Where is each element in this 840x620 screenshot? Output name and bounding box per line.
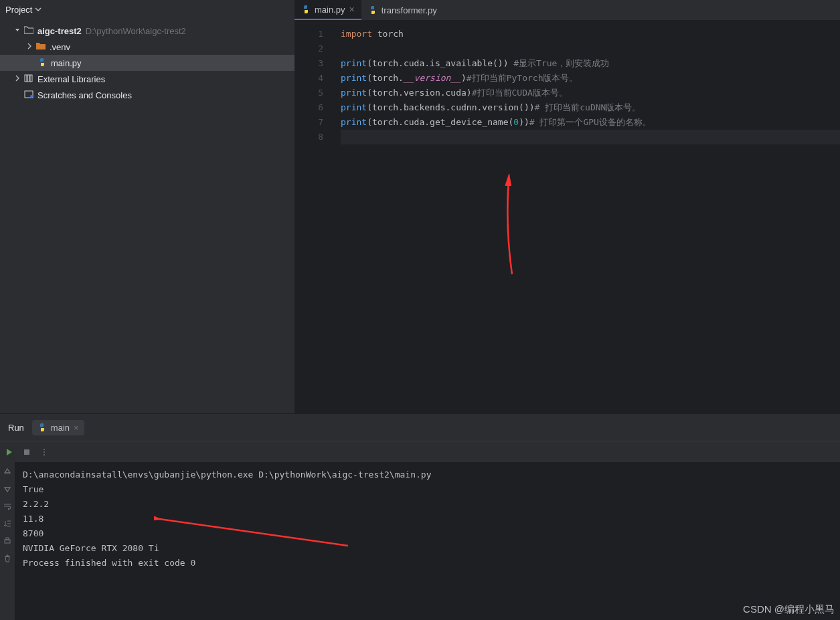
library-icon bbox=[23, 74, 35, 84]
wrap-icon[interactable] bbox=[2, 501, 13, 512]
code-lines[interactable]: import torch print(torch.cuda.is_availab… bbox=[338, 20, 840, 413]
tree-mainpy-label: main.py bbox=[51, 58, 82, 68]
svg-rect-2 bbox=[30, 75, 32, 82]
svg-rect-0 bbox=[25, 75, 27, 82]
run-panel-header: Run main × bbox=[0, 414, 840, 441]
console-output[interactable]: D:\anacondainsatall\envs\gubanjie\python… bbox=[15, 462, 840, 620]
python-file-icon bbox=[301, 5, 311, 14]
editor-area: main.py × transformer.py 1 2 3 4 5 bbox=[295, 0, 840, 413]
gutter: 1 2 3 4 5 6 7 8 bbox=[295, 20, 338, 413]
folder-icon bbox=[35, 42, 47, 52]
close-icon[interactable]: × bbox=[349, 4, 355, 15]
tab-main-py[interactable]: main.py × bbox=[295, 0, 361, 20]
rerun-icon[interactable] bbox=[4, 447, 15, 457]
svg-rect-10 bbox=[6, 538, 9, 540]
chevron-right-icon bbox=[12, 75, 23, 83]
run-panel-title: Run bbox=[4, 423, 28, 433]
run-side-icons bbox=[0, 462, 15, 620]
editor-tabs: main.py × transformer.py bbox=[295, 0, 840, 20]
print-icon[interactable] bbox=[2, 536, 13, 546]
tree-venv[interactable]: .venv bbox=[0, 39, 295, 55]
tree-root[interactable]: aigc-trest2 D:\pythonWork\aigc-trest2 bbox=[0, 23, 295, 39]
tree-scratches-label: Scratches and Consoles bbox=[37, 90, 132, 100]
run-tab-main[interactable]: main × bbox=[32, 420, 84, 435]
scratch-icon bbox=[23, 90, 35, 100]
tree-root-path: D:\pythonWork\aigc-trest2 bbox=[86, 26, 186, 36]
chevron-down-icon bbox=[12, 27, 23, 35]
tree-scratches[interactable]: Scratches and Consoles bbox=[0, 87, 295, 103]
annotation-arrow-up bbox=[499, 174, 525, 281]
python-file-icon bbox=[36, 58, 48, 69]
close-icon[interactable]: × bbox=[74, 423, 79, 433]
svg-point-6 bbox=[44, 449, 45, 450]
svg-rect-1 bbox=[27, 75, 29, 82]
run-toolbar bbox=[0, 441, 840, 462]
tab-transformer-py[interactable]: transformer.py bbox=[361, 0, 444, 20]
svg-point-4 bbox=[30, 95, 33, 98]
python-file-icon bbox=[368, 5, 377, 15]
tree-external-label: External Libraries bbox=[37, 74, 105, 84]
svg-point-8 bbox=[44, 454, 45, 455]
tab-main-label: main.py bbox=[315, 5, 345, 15]
trash-icon[interactable] bbox=[2, 553, 13, 564]
project-sidebar: Project aigc-trest2 D:\pythonWork\aigc-t… bbox=[0, 0, 295, 413]
chevron-down-icon bbox=[35, 5, 41, 15]
svg-rect-9 bbox=[5, 540, 10, 543]
up-icon[interactable] bbox=[2, 466, 13, 477]
stop-icon[interactable] bbox=[21, 447, 32, 457]
svg-rect-5 bbox=[24, 449, 29, 455]
more-icon[interactable] bbox=[39, 447, 50, 457]
tree-external-libraries[interactable]: External Libraries bbox=[0, 71, 295, 87]
down-icon[interactable] bbox=[2, 484, 13, 494]
project-tree: aigc-trest2 D:\pythonWork\aigc-trest2 .v… bbox=[0, 19, 295, 103]
svg-point-7 bbox=[44, 451, 45, 453]
tree-venv-label: .venv bbox=[50, 42, 70, 52]
scroll-icon[interactable] bbox=[2, 518, 13, 529]
python-file-icon bbox=[37, 423, 47, 432]
code-editor[interactable]: 1 2 3 4 5 6 7 8 import torch print(torch… bbox=[295, 20, 840, 413]
project-panel-header[interactable]: Project bbox=[0, 0, 295, 19]
tree-root-label: aigc-trest2 bbox=[37, 26, 82, 36]
folder-icon bbox=[23, 26, 35, 36]
watermark: CSDN @编程小黑马 bbox=[743, 603, 835, 616]
run-panel: Run main × bbox=[0, 413, 840, 620]
chevron-right-icon bbox=[24, 43, 35, 51]
tree-mainpy[interactable]: main.py bbox=[0, 55, 295, 71]
run-tab-label: main bbox=[51, 423, 70, 433]
tab-transformer-label: transformer.py bbox=[382, 5, 437, 15]
project-panel-title: Project bbox=[5, 5, 32, 15]
